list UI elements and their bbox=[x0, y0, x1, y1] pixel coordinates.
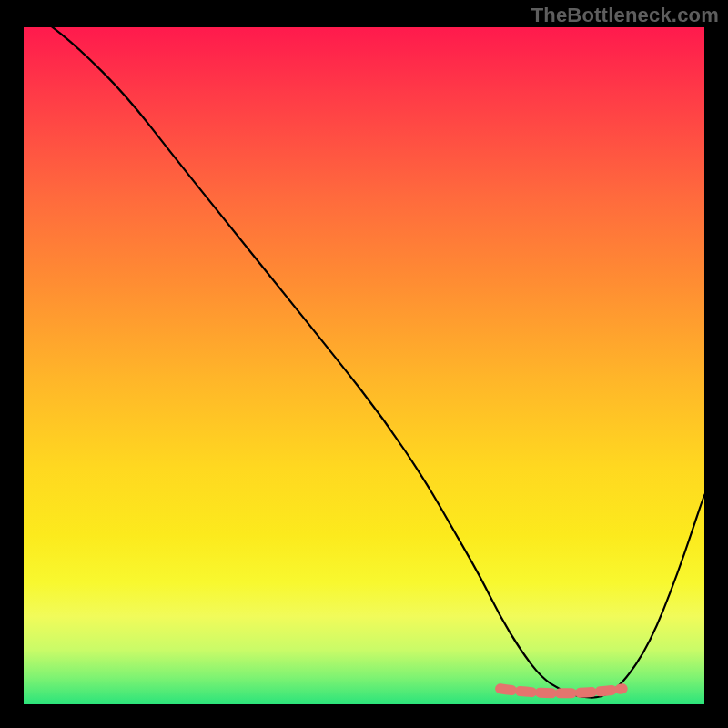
minimum-highlight bbox=[500, 689, 623, 693]
bottleneck-curve bbox=[44, 27, 704, 698]
chart-overlay bbox=[24, 27, 704, 704]
chart-frame: TheBottleneck.com bbox=[0, 0, 728, 728]
watermark-text: TheBottleneck.com bbox=[531, 4, 719, 27]
plot-area bbox=[24, 27, 704, 704]
